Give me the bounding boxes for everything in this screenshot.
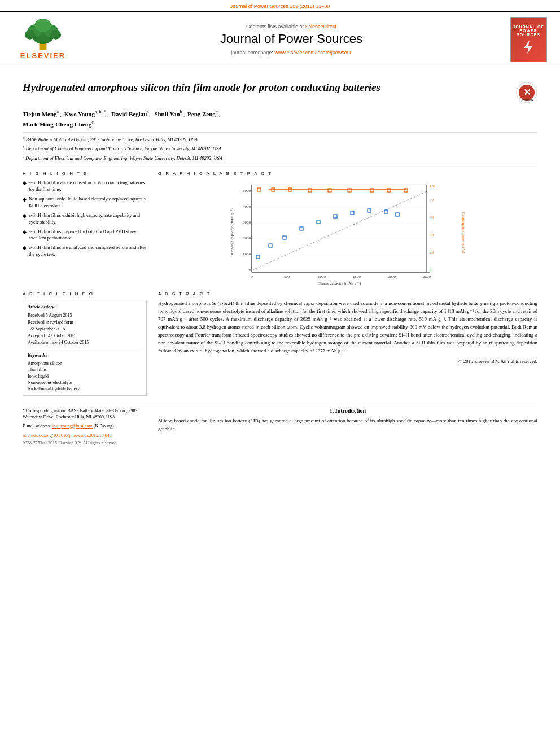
svg-text:Discharge capacity (mAh g⁻¹): Discharge capacity (mAh g⁻¹) — [230, 208, 234, 257]
article-dates: Received 5 August 2015 Received in revis… — [28, 312, 142, 346]
revised-date: Received in revised form — [28, 319, 142, 326]
journal-reference-text: Journal of Power Sources 302 (2016) 31–3… — [230, 3, 330, 9]
svg-text:Coulombic efficiency (%): Coulombic efficiency (%) — [461, 212, 466, 254]
crossmark-badge[interactable]: ✕ CrossMark — [516, 82, 537, 104]
svg-text:✕: ✕ — [523, 88, 531, 97]
intro-text: Silicon-based anode for lithium ion batt… — [158, 417, 537, 433]
issn-line: 0378-7753/© 2015 Elsevier B.V. All right… — [23, 440, 147, 447]
highlight-item-4: ◆ a-Si:H thin films prepared by both CVD… — [23, 229, 147, 242]
highlights-column: H I G H L I G H T S ◆ a-Si:H thin film a… — [23, 171, 147, 287]
svg-text:20: 20 — [430, 250, 434, 255]
elsevier-tree-icon — [18, 19, 68, 50]
journal-center-header: Contents lists available at ScienceDirec… — [82, 24, 500, 55]
affiliation-b: b Department of Chemical Engineering and… — [23, 144, 537, 152]
svg-text:0: 0 — [249, 268, 251, 272]
available-date: Available online 24 October 2015 — [28, 339, 142, 346]
email-line: E-mail address: kwa.young@basf.com (K. Y… — [23, 423, 147, 429]
article-info-abstract-row: A R T I C L E I N F O Article history: R… — [23, 291, 537, 396]
svg-point-4 — [34, 19, 51, 32]
svg-text:0: 0 — [430, 268, 432, 272]
affiliations: a BASF Battery Materials-Ovonic, 2983 Wa… — [23, 132, 537, 166]
highlight-item-3: ◆ a-Si:H thin films exhibit high capacit… — [23, 212, 147, 226]
journal-reference-line: Journal of Power Sources 302 (2016) 31–3… — [0, 0, 560, 11]
graphical-abstract-column: G R A P H I C A L A B S T R A C T 0 1000… — [158, 171, 537, 287]
paper-title: Hydrogenated amorphous silicon thin film… — [23, 81, 507, 95]
highlight-item-5: ◆ a-Si:H thin films are analyzed and com… — [23, 244, 147, 258]
sciencedirect-link[interactable]: ScienceDirect — [305, 24, 337, 29]
keyword-2: Thin films — [28, 366, 142, 373]
authors-line: Tiejun Menga, Kwo Younga, b, *, David Be… — [23, 109, 537, 130]
article-info-heading: A R T I C L E I N F O — [23, 291, 147, 296]
svg-text:2000: 2000 — [388, 274, 396, 279]
journal-homepage: journal homepage: www.elsevier.com/locat… — [82, 50, 500, 55]
bullet-1: ◆ — [23, 180, 27, 187]
keyword-1: Amorphous silicon — [28, 360, 142, 366]
paper-title-section: Hydrogenated amorphous silicon thin film… — [23, 81, 537, 104]
abstract-heading: A B S T R A C T — [158, 291, 537, 296]
svg-marker-7 — [524, 40, 533, 54]
svg-point-6 — [51, 30, 61, 40]
highlight-item-2: ◆ Non-aqueous ionic liquid based electro… — [23, 196, 147, 209]
homepage-url-link[interactable]: www.elsevier.com/locate/jpowsour — [274, 50, 352, 55]
bullet-5: ◆ — [23, 244, 27, 252]
introduction-column: 1. Introduction Silicon-based anode for … — [158, 408, 537, 447]
journal-header: ELSEVIER Contents lists available at Sci… — [0, 11, 560, 67]
elsevier-brand-text: ELSEVIER — [20, 51, 65, 60]
bullet-4: ◆ — [23, 229, 27, 236]
highlights-graphical-row: H I G H L I G H T S ◆ a-Si:H thin film a… — [23, 171, 537, 287]
svg-text:2500: 2500 — [423, 274, 431, 279]
graphical-abstract-chart: 0 1000 2000 3000 4000 5000 0 — [158, 180, 537, 287]
author-david-beglau: David Beglau — [111, 111, 147, 117]
elsevier-logo: ELSEVIER — [9, 19, 77, 60]
keyword-4: Non-aqueous electrolyte — [28, 379, 142, 386]
svg-text:60: 60 — [430, 215, 434, 220]
author-peng-zeng: Peng Zeng — [187, 111, 216, 117]
svg-text:500: 500 — [284, 274, 290, 279]
sciencedirect-line: Contents lists available at ScienceDirec… — [82, 24, 500, 29]
highlights-heading: H I G H L I G H T S — [23, 171, 147, 176]
svg-text:3000: 3000 — [243, 220, 251, 225]
copyright-line: © 2015 Elsevier B.V. All rights reserved… — [158, 359, 537, 364]
main-content: Hydrogenated amorphous silicon thin film… — [0, 67, 560, 452]
email-label: E-mail address: — [23, 423, 51, 429]
keyword-5: Nickel/metal hydride battery — [28, 386, 142, 392]
doi-link[interactable]: http://dx.doi.org/10.1016/j.jpowsour.201… — [23, 433, 112, 438]
email-link[interactable]: kwa.young@basf.com — [52, 423, 93, 429]
chart-svg: 0 1000 2000 3000 4000 5000 0 — [158, 182, 537, 286]
article-info-column: A R T I C L E I N F O Article history: R… — [23, 291, 147, 396]
author-tiejun-meng: Tiejun Meng — [23, 111, 57, 117]
abstract-text: Hydrogenated amorphous Si (a-Si:H) thin … — [158, 300, 537, 355]
accepted-date: Accepted 14 October 2015 — [28, 333, 142, 339]
svg-text:40: 40 — [430, 233, 434, 237]
email-name: (K. Young). — [94, 423, 115, 429]
doi-line: http://dx.doi.org/10.1016/j.jpowsour.201… — [23, 433, 147, 439]
revised-date-2: 28 September 2015 — [28, 326, 142, 333]
affiliation-a: a BASF Battery Materials-Ovonic, 2983 Wa… — [23, 135, 537, 143]
keyword-3: Ionic liquid — [28, 373, 142, 379]
article-info-box: Article history: Received 5 August 2015 … — [23, 300, 147, 396]
crossmark-icon: ✕ CrossMark — [516, 82, 537, 103]
svg-text:1500: 1500 — [353, 274, 361, 279]
received-date: Received 5 August 2015 — [28, 312, 142, 319]
highlights-list: ◆ a-Si:H thin film anode is used in prot… — [23, 180, 147, 258]
article-history-heading: Article history: — [28, 304, 142, 311]
corresponding-author-note: * Corresponding author. BASF Battery Mat… — [23, 408, 147, 420]
svg-text:1000: 1000 — [243, 252, 251, 256]
journal-logo-image: JOURNAL OF POWER SOURCES — [510, 17, 547, 62]
svg-point-5 — [25, 30, 35, 40]
highlight-item-1: ◆ a-Si:H thin film anode is used in prot… — [23, 180, 147, 193]
svg-text:Charge capacity (mAh g⁻¹): Charge capacity (mAh g⁻¹) — [318, 281, 362, 286]
svg-text:CrossMark: CrossMark — [520, 98, 534, 102]
intro-heading: 1. Introduction — [158, 408, 537, 414]
bullet-2: ◆ — [23, 196, 27, 203]
author-kwo-young: Kwo Young — [64, 111, 95, 117]
keywords-heading: Keywords: — [28, 352, 142, 359]
abstract-column: A B S T R A C T Hydrogenated amorphous S… — [158, 291, 537, 396]
svg-text:2000: 2000 — [243, 236, 251, 241]
power-bolt-icon — [517, 39, 540, 55]
svg-text:0: 0 — [251, 274, 253, 279]
journal-title-header: Journal of Power Sources — [82, 32, 500, 46]
svg-text:1000: 1000 — [318, 274, 326, 279]
svg-rect-12 — [252, 185, 427, 272]
footnote-column: * Corresponding author. BASF Battery Mat… — [23, 408, 147, 447]
